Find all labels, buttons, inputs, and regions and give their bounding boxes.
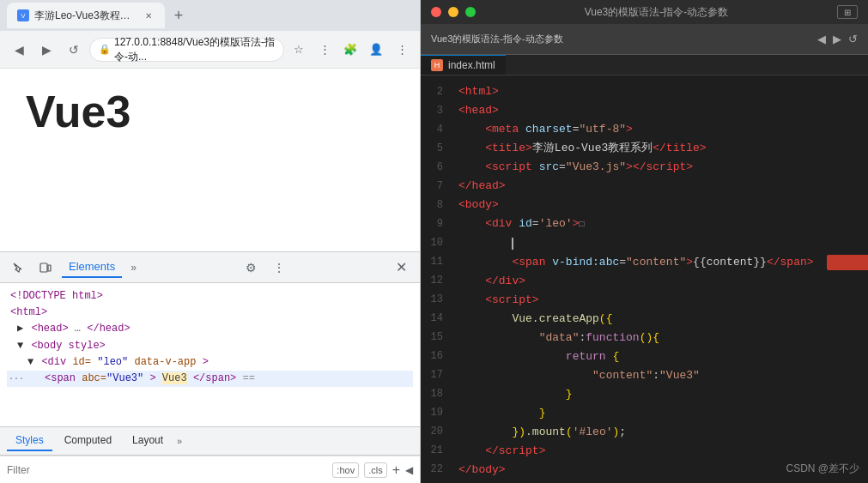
dom-tag: <div (41, 356, 72, 368)
code-line: Vue.createApp({ (458, 310, 858, 329)
menu-button[interactable]: ⋮ (391, 39, 413, 61)
editor-breadcrumb: Vue3的模版语法-指令-动态参数 (431, 33, 810, 45)
hov-filter[interactable]: :hov (332, 462, 359, 478)
editor-forward-icon[interactable]: ▶ (833, 33, 841, 45)
watermark: CSDN @差不少 (786, 462, 859, 476)
code-line: </head> (458, 177, 858, 196)
browser-tab[interactable]: V 李游Leo-Vue3教程系列 ✕ (7, 3, 165, 28)
devtools-close-button[interactable]: ✕ (391, 257, 413, 279)
window-icon-button[interactable]: ⊞ (837, 5, 858, 19)
code-line: <script src="Vue3.js"></script> (458, 158, 858, 177)
dom-attr-value: "leo" (97, 356, 128, 368)
dom-tag: <body style> (31, 340, 105, 352)
profile-button[interactable]: 👤 (365, 39, 387, 61)
filter-arrow-button[interactable]: ◀ (405, 464, 413, 476)
devtools-toolbar: Elements » ⚙ ⋮ ✕ (0, 252, 420, 283)
devtools-bottom-tabs: Styles Computed Layout » (0, 426, 420, 456)
svg-rect-1 (48, 265, 51, 271)
dom-triangle[interactable]: ▼ (17, 340, 23, 352)
dom-triangle[interactable]: ▼ (27, 356, 33, 368)
cls-filter[interactable]: .cls (364, 462, 387, 478)
editor-toolbar-icons: ◀ ▶ ↺ (817, 33, 858, 45)
maximize-traffic-light[interactable] (465, 7, 476, 17)
dom-attr: id= (72, 356, 91, 368)
code-line: <div id='leo'>□ (458, 214, 858, 234)
line-numbers: 2 3 4 5 6 7 8 9 10 11 12 13 14 15 16 17 … (421, 75, 448, 483)
code-line: <body> (458, 196, 858, 214)
code-line: } (458, 404, 858, 423)
editor-title-bar: Vue3的模版语法-指令-动态参数 ◀ ▶ ↺ (421, 24, 868, 55)
toolbar-icons: ☆ ⋮ 🧩 👤 ⋮ (288, 39, 413, 61)
dom-tag: <html> (10, 306, 47, 318)
page-heading: Vue3 (26, 86, 394, 137)
dom-tag: </head> (87, 323, 130, 335)
tab-favicon: V (17, 9, 29, 21)
code-content[interactable]: <html> <head> <meta charset="utf-8"> <ti… (448, 75, 868, 483)
dom-tree: <!DOCTYPE html> <html> ▶ <head> … </head… (0, 283, 420, 426)
dom-tag: <span abc="Vue3" > Vue3 </span> == (38, 372, 255, 384)
editor-file-tab[interactable]: H index.html (421, 55, 506, 75)
code-line: }).mount('#leo'); (458, 423, 858, 442)
dom-selected-line[interactable]: ··· <span abc="Vue3" > Vue3 </span> == (7, 371, 413, 387)
address-bar: ◀ ▶ ↺ 🔒 127.0.0.1:8848/Vue3的模版语法-指令-动...… (0, 31, 420, 69)
devtools-more-button[interactable]: » (127, 260, 140, 275)
dom-attr: data-v-app (134, 356, 196, 368)
tab-bar: V 李游Leo-Vue3教程系列 ✕ + (0, 0, 420, 31)
code-line: </script> (458, 442, 858, 461)
code-line: <head> (458, 101, 858, 120)
filter-input[interactable] (7, 461, 327, 480)
elements-tab[interactable]: Elements (62, 257, 122, 278)
tab-search-button[interactable]: ⋮ (313, 39, 336, 61)
lock-icon: 🔒 (99, 44, 111, 55)
settings-button[interactable]: ⚙ (240, 257, 263, 279)
back-button[interactable]: ◀ (7, 38, 31, 62)
devtools-panel: Elements » ⚙ ⋮ ✕ <!DOCTYPE html> <html> … (0, 251, 420, 483)
new-tab-button[interactable]: + (168, 5, 189, 26)
dom-tag: > (203, 356, 209, 368)
close-traffic-light[interactable] (431, 7, 441, 17)
devtools-menu-button[interactable]: ⋮ (268, 257, 290, 279)
code-line: <title>李游Leo-Vue3教程系列</title> (458, 139, 858, 158)
filter-bar: :hov .cls + ◀ (0, 456, 420, 483)
add-filter-button[interactable]: + (392, 462, 400, 478)
code-line: return { (458, 347, 858, 366)
computed-tab[interactable]: Computed (56, 431, 120, 451)
code-line: </div> (458, 272, 858, 291)
dom-line: ▼ <div id= "leo" data-v-app > (7, 354, 413, 371)
code-line: "data":function(){ (458, 329, 858, 347)
dom-line: <html> (7, 305, 413, 321)
editor-top-bar: Vue3的模版语法-指令-动态参数 ⊞ (421, 0, 868, 24)
html-file-icon: H (431, 59, 443, 71)
url-bar[interactable]: 🔒 127.0.0.1:8848/Vue3的模版语法-指令-动... (89, 38, 284, 62)
extensions-button[interactable]: 🧩 (339, 39, 361, 61)
dom-line: ▼ <body style> (7, 338, 413, 354)
dot-menu: ··· (9, 372, 24, 386)
tab-title: 李游Leo-Vue3教程系列 (34, 9, 137, 23)
inspect-button[interactable] (7, 257, 29, 279)
minimize-traffic-light[interactable] (448, 7, 458, 17)
editor-back-icon[interactable]: ◀ (817, 33, 826, 45)
styles-tab[interactable]: Styles (7, 431, 52, 451)
code-line: <script> (458, 291, 858, 310)
device-toggle-button[interactable] (34, 257, 57, 279)
code-line: <span v-bind:abc="content">{{content}}</… (458, 253, 858, 272)
tab-close-button[interactable]: ✕ (143, 9, 155, 21)
code-line: "content":"Vue3" (458, 366, 858, 385)
dom-line: ▶ <head> … </head> (7, 321, 413, 337)
code-line: <html> (458, 82, 858, 101)
tabs-more-button[interactable]: » (175, 434, 184, 448)
dom-tag: <head> (31, 323, 68, 335)
editor-refresh-icon[interactable]: ↺ (848, 33, 858, 45)
code-line (458, 234, 858, 253)
code-line: </html> (458, 480, 858, 483)
browser-panel: V 李游Leo-Vue3教程系列 ✕ + ◀ ▶ ↺ 🔒 127.0.0.1:8… (0, 0, 421, 483)
svg-rect-0 (40, 263, 47, 272)
layout-tab[interactable]: Layout (124, 431, 172, 451)
editor-file-tab-bar: H index.html (421, 55, 868, 75)
code-area: 2 3 4 5 6 7 8 9 10 11 12 13 14 15 16 17 … (421, 75, 868, 483)
forward-button[interactable]: ▶ (34, 38, 58, 62)
bookmark-button[interactable]: ☆ (288, 39, 310, 61)
refresh-button[interactable]: ↺ (62, 38, 86, 62)
dom-line: <!DOCTYPE html> (7, 288, 413, 305)
dom-triangle[interactable]: ▶ (17, 323, 23, 335)
